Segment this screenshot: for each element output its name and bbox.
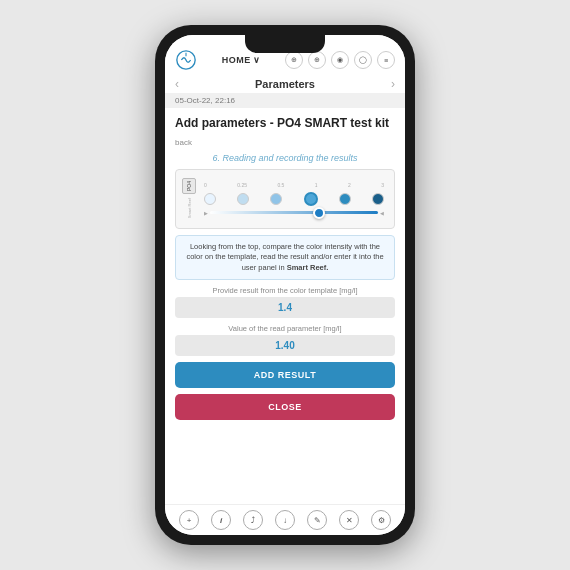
info-bold: Smart Reef. — [287, 263, 329, 272]
content-area: Add parameters - PO4 SMART test kit back… — [165, 108, 405, 504]
slider-thumb[interactable] — [313, 207, 325, 219]
info-box: Looking from the top, compare the color … — [175, 235, 395, 281]
slider-row: ▶ ◀ — [200, 210, 388, 216]
page-title: Add parameters - PO4 SMART test kit — [175, 116, 395, 132]
home-chevron: ∨ — [253, 55, 261, 65]
field-group-1: Provide result from the color template [… — [175, 286, 395, 318]
chart-right: 0 0.25 0.5 1 2 3 — [200, 182, 388, 216]
nav-wifi-icon[interactable]: ◉ — [331, 51, 349, 69]
app-logo — [175, 49, 197, 71]
nav-icons: ⊕ ⊕ ◉ ◯ ≡ — [285, 51, 395, 69]
header-bar: ‹ Parameters › — [165, 75, 405, 93]
close-button[interactable]: CLOSE — [175, 394, 395, 420]
color-dots-row — [200, 192, 388, 206]
dot-4 — [339, 193, 351, 205]
dot-1 — [237, 193, 249, 205]
header-title: Parameters — [179, 78, 391, 90]
download-icon[interactable]: ↓ — [275, 510, 295, 530]
phone-notch — [245, 35, 325, 53]
field-group-2: Value of the read parameter [mg/l] — [175, 324, 395, 356]
chart-label-vertical: PO4 Smart Reef — [182, 178, 196, 218]
dot-3-active — [304, 192, 318, 206]
date-row: 05-Oct-22, 22:16 — [165, 93, 405, 108]
edit-icon[interactable]: ✎ — [307, 510, 327, 530]
home-label: HOME — [222, 55, 251, 65]
nav-globe-icon[interactable]: ⊕ — [308, 51, 326, 69]
settings-gear-icon[interactable]: ⚙ — [371, 510, 391, 530]
plus-icon[interactable]: + — [179, 510, 199, 530]
chart-scale: 0 0.25 0.5 1 2 3 — [200, 182, 388, 188]
bottom-bar: + i ⤴ ↓ ✎ ✕ ⚙ — [165, 504, 405, 535]
step-heading: 6. Reading and recording the results — [175, 153, 395, 163]
slider-track[interactable] — [210, 211, 378, 214]
field2-input[interactable] — [175, 335, 395, 356]
dot-5 — [372, 193, 384, 205]
phone-shell: HOME ∨ ⊕ ⊕ ◉ ◯ ≡ ‹ Parameters › 05-Oct-2… — [155, 25, 415, 545]
back-link[interactable]: back — [175, 138, 395, 147]
close-x-icon[interactable]: ✕ — [339, 510, 359, 530]
field2-label: Value of the read parameter [mg/l] — [175, 324, 395, 333]
phone-screen: HOME ∨ ⊕ ⊕ ◉ ◯ ≡ ‹ Parameters › 05-Oct-2… — [165, 35, 405, 535]
nav-search-icon[interactable]: ⊕ — [285, 51, 303, 69]
add-result-button[interactable]: ADD RESULT — [175, 362, 395, 388]
field1-input[interactable] — [175, 297, 395, 318]
chart-unit-label: Smart Reef — [187, 198, 192, 218]
info-text: Looking from the top, compare the color … — [186, 242, 383, 272]
info-icon[interactable]: i — [211, 510, 231, 530]
dot-2 — [270, 193, 282, 205]
chart-po4-label: PO4 — [182, 178, 196, 194]
dot-0 — [204, 193, 216, 205]
color-chart: PO4 Smart Reef 0 0.25 0.5 1 2 3 — [175, 169, 395, 229]
header-right-chevron[interactable]: › — [391, 77, 395, 91]
share-icon[interactable]: ⤴ — [243, 510, 263, 530]
nav-home[interactable]: HOME ∨ — [222, 55, 261, 65]
date-label: 05-Oct-22, 22:16 — [175, 96, 235, 105]
field1-label: Provide result from the color template [… — [175, 286, 395, 295]
nav-user-icon[interactable]: ◯ — [354, 51, 372, 69]
nav-menu-icon[interactable]: ≡ — [377, 51, 395, 69]
